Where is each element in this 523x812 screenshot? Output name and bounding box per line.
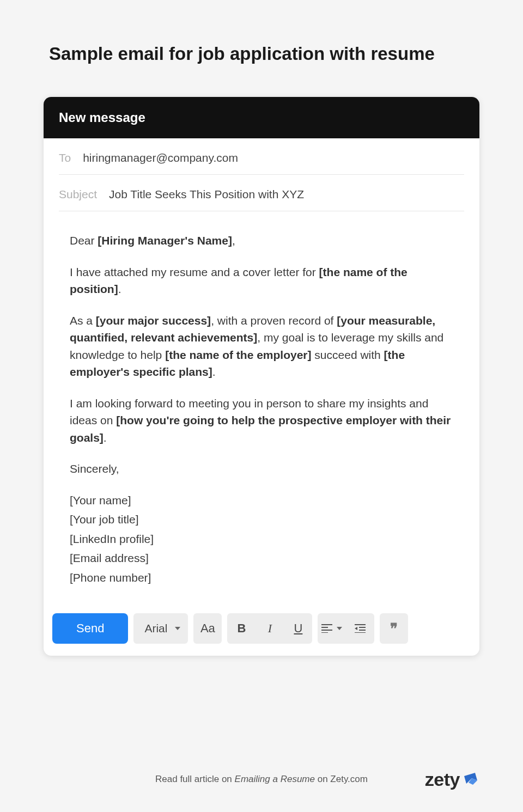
svg-rect-1	[321, 627, 328, 628]
svg-rect-0	[321, 624, 332, 625]
sig-name: [Your name]	[70, 492, 453, 509]
caret-down-icon	[337, 627, 342, 630]
footer-text: Read full article on Emailing a Resume o…	[155, 774, 368, 785]
font-size-button[interactable]: Aa	[193, 613, 222, 644]
align-left-icon	[321, 624, 332, 633]
greeting: Dear [Hiring Manager's Name],	[70, 232, 453, 249]
svg-rect-3	[321, 632, 328, 633]
signoff: Sincerely,	[70, 460, 453, 478]
sig-email: [Email address]	[70, 550, 453, 567]
font-name: Arial	[144, 622, 167, 635]
formatting-toolbar: Send Arial Aa B I U	[44, 613, 479, 656]
sig-title: [Your job title]	[70, 511, 453, 528]
caret-down-icon	[175, 627, 180, 630]
quote-button[interactable]: ❞	[380, 613, 408, 644]
to-label: To	[59, 151, 71, 164]
quote-icon: ❞	[380, 613, 408, 644]
subject-row[interactable]: Subject Job Title Seeks This Position wi…	[59, 175, 464, 211]
indent-button[interactable]	[346, 613, 374, 644]
email-body[interactable]: Dear [Hiring Manager's Name], I have att…	[44, 211, 479, 613]
sig-linkedin: [LinkedIn profile]	[70, 530, 453, 548]
bold-button[interactable]: B	[227, 613, 256, 644]
svg-rect-2	[321, 630, 332, 631]
sig-phone: [Phone number]	[70, 569, 453, 587]
send-button[interactable]: Send	[52, 613, 128, 644]
paragraph-1: I have attached my resume and a cover le…	[70, 264, 453, 298]
alignment-group	[318, 613, 374, 644]
svg-rect-4	[355, 624, 366, 625]
paragraph-3: I am looking forward to meeting you in p…	[70, 395, 453, 447]
to-value[interactable]: hiringmanager@company.com	[83, 151, 238, 164]
underline-button[interactable]: U	[284, 613, 312, 644]
svg-rect-5	[359, 627, 366, 628]
svg-rect-6	[359, 630, 366, 631]
page-title: Sample email for job application with re…	[49, 44, 479, 64]
zety-logo-icon	[462, 771, 479, 788]
font-size-icon: Aa	[193, 613, 222, 644]
text-style-group: B I U	[227, 613, 312, 644]
subject-label: Subject	[59, 188, 97, 201]
indent-icon	[355, 624, 366, 633]
paragraph-2: As a [your major success], with a proven…	[70, 312, 453, 381]
page-footer: Read full article on Emailing a Resume o…	[0, 774, 523, 785]
svg-marker-8	[355, 627, 357, 630]
svg-rect-7	[355, 632, 366, 633]
email-compose-card: New message To hiringmanager@company.com…	[44, 97, 479, 656]
italic-button[interactable]: I	[256, 613, 284, 644]
compose-header: New message	[44, 97, 479, 138]
subject-value[interactable]: Job Title Seeks This Position with XYZ	[109, 188, 304, 201]
font-selector[interactable]: Arial	[133, 613, 188, 644]
to-row[interactable]: To hiringmanager@company.com	[59, 138, 464, 175]
zety-logo: zety	[425, 769, 479, 790]
align-button[interactable]	[318, 613, 346, 644]
